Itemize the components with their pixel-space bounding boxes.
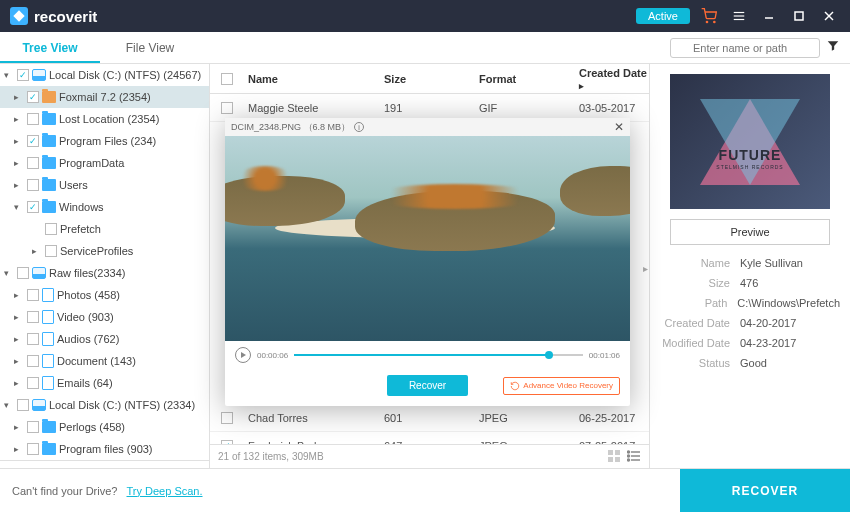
tree-item[interactable]: ▾Local Disk (C:) (NTFS) (2334): [0, 394, 209, 416]
chevron-icon[interactable]: ▾: [4, 70, 14, 80]
tree-checkbox[interactable]: [27, 289, 39, 301]
chevron-icon[interactable]: ▸: [14, 290, 24, 300]
search-input[interactable]: [670, 38, 820, 58]
tree-item[interactable]: ▾Windows: [0, 196, 209, 218]
info-icon[interactable]: i: [354, 122, 364, 132]
tree-item[interactable]: ▾Raw files(2334): [0, 262, 209, 284]
tree-checkbox[interactable]: [27, 311, 39, 323]
tree-checkbox[interactable]: [27, 91, 39, 103]
col-name[interactable]: Name: [244, 73, 384, 85]
tree-checkbox[interactable]: [17, 69, 29, 81]
file-icon: [42, 354, 54, 368]
tree-checkbox[interactable]: [27, 355, 39, 367]
tree-item[interactable]: ▸Video (903): [0, 306, 209, 328]
tree-item[interactable]: ▾Local Disk (C:) (NTFS) (24567): [0, 64, 209, 86]
thumb-subtitle: STELMISH RECORDS: [700, 164, 800, 170]
tree-item[interactable]: ▸Users: [0, 174, 209, 196]
chevron-icon[interactable]: ▸: [14, 356, 24, 366]
chevron-icon[interactable]: ▸: [14, 180, 24, 190]
row-checkbox[interactable]: [221, 102, 233, 114]
tree-label: Photos (458): [57, 289, 120, 301]
tree-checkbox[interactable]: [45, 245, 57, 257]
chevron-icon[interactable]: ▸: [14, 334, 24, 344]
tree-item[interactable]: ▸Lost Location (2354): [0, 108, 209, 130]
minimize-icon[interactable]: [758, 5, 780, 27]
tree-item[interactable]: ▸Emails (64): [0, 372, 209, 394]
tree-item[interactable]: ▸Audios (762): [0, 328, 209, 350]
col-size[interactable]: Size: [384, 73, 479, 85]
chevron-icon[interactable]: ▾: [4, 400, 14, 410]
tree-checkbox[interactable]: [27, 157, 39, 169]
meta-status: Good: [740, 357, 767, 369]
svg-point-18: [628, 451, 630, 453]
tree-item[interactable]: ▸Photos (458): [0, 284, 209, 306]
tree-checkbox[interactable]: [27, 201, 39, 213]
tree-checkbox[interactable]: [27, 333, 39, 345]
row-checkbox[interactable]: [221, 412, 233, 424]
tree-checkbox[interactable]: [17, 267, 29, 279]
cell-date: 03-05-2017: [579, 102, 649, 114]
tree-item[interactable]: ▸Perlogs (458): [0, 416, 209, 438]
tab-file-view[interactable]: File View: [100, 32, 200, 63]
play-icon[interactable]: [235, 347, 251, 363]
search-wrap: [670, 38, 820, 58]
chevron-icon[interactable]: ▸: [14, 444, 24, 454]
chevron-icon[interactable]: ▾: [4, 268, 14, 278]
cart-icon[interactable]: [698, 5, 720, 27]
tab-tree-view[interactable]: Tree View: [0, 32, 100, 63]
tree-item[interactable]: ▸Program Files (234): [0, 130, 209, 152]
tree-item[interactable]: ▸Document (143): [0, 350, 209, 372]
table-row[interactable]: Frederick Burke647JPEG07-25-2017: [210, 432, 649, 444]
tree-checkbox[interactable]: [27, 113, 39, 125]
advance-video-recovery-bar[interactable]: Advance Video Recovery Ultimate: [0, 460, 209, 468]
chevron-icon[interactable]: ▸: [14, 92, 24, 102]
modal-header: DCIM_2348.PNG （6.8 MB） i ✕: [225, 118, 630, 136]
menu-icon[interactable]: [728, 5, 750, 27]
tree-checkbox[interactable]: [27, 135, 39, 147]
tree-item[interactable]: ▸Program files (903): [0, 438, 209, 460]
filter-icon[interactable]: [826, 39, 840, 56]
tree-item[interactable]: Prefetch: [0, 218, 209, 240]
file-icon: [42, 332, 54, 346]
svg-point-20: [628, 459, 630, 461]
chevron-icon[interactable]: ▸: [32, 246, 42, 256]
deep-scan-link[interactable]: Try Deep Scan.: [127, 485, 203, 497]
col-format[interactable]: Format: [479, 73, 579, 85]
chevron-icon[interactable]: ▸: [14, 422, 24, 432]
tree-checkbox[interactable]: [45, 223, 57, 235]
active-badge[interactable]: Active: [636, 8, 690, 24]
col-created-date[interactable]: Created Date ▸: [579, 67, 649, 91]
chevron-icon[interactable]: ▸: [14, 136, 24, 146]
tree-label: Local Disk (C:) (NTFS) (24567): [49, 69, 201, 81]
panel-expand-handle[interactable]: ▸: [640, 258, 650, 278]
chevron-icon[interactable]: ▸: [14, 378, 24, 388]
tree-checkbox[interactable]: [27, 377, 39, 389]
preview-button[interactable]: Previwe: [670, 219, 830, 245]
chevron-icon[interactable]: ▾: [14, 202, 24, 212]
svg-point-0: [706, 21, 707, 22]
tree-item[interactable]: ▸Foxmail 7.2 (2354): [0, 86, 209, 108]
svg-rect-6: [795, 12, 803, 20]
modal-recover-button[interactable]: Recover: [387, 375, 468, 396]
select-all-checkbox[interactable]: [221, 73, 233, 85]
tree-checkbox[interactable]: [17, 399, 29, 411]
close-icon[interactable]: [818, 5, 840, 27]
table-row[interactable]: Chad Torres601JPEG06-25-2017: [210, 404, 649, 432]
tree-checkbox[interactable]: [27, 421, 39, 433]
chevron-icon[interactable]: ▸: [14, 158, 24, 168]
chevron-icon[interactable]: ▸: [14, 114, 24, 124]
tree-item[interactable]: ▸ProgramData: [0, 152, 209, 174]
svg-rect-13: [608, 457, 613, 462]
tree-checkbox[interactable]: [27, 443, 39, 455]
grid-view-icon[interactable]: [607, 449, 621, 465]
tree-checkbox[interactable]: [27, 179, 39, 191]
folder-icon: [42, 201, 56, 213]
maximize-icon[interactable]: [788, 5, 810, 27]
modal-close-icon[interactable]: ✕: [614, 120, 624, 134]
chevron-icon[interactable]: ▸: [14, 312, 24, 322]
list-view-icon[interactable]: [627, 449, 641, 465]
progress-bar[interactable]: [294, 354, 583, 356]
recover-button[interactable]: RECOVER: [680, 469, 850, 513]
tree-item[interactable]: ▸ServiceProfiles: [0, 240, 209, 262]
modal-avr-button[interactable]: Advance Video Recovery: [503, 377, 620, 395]
